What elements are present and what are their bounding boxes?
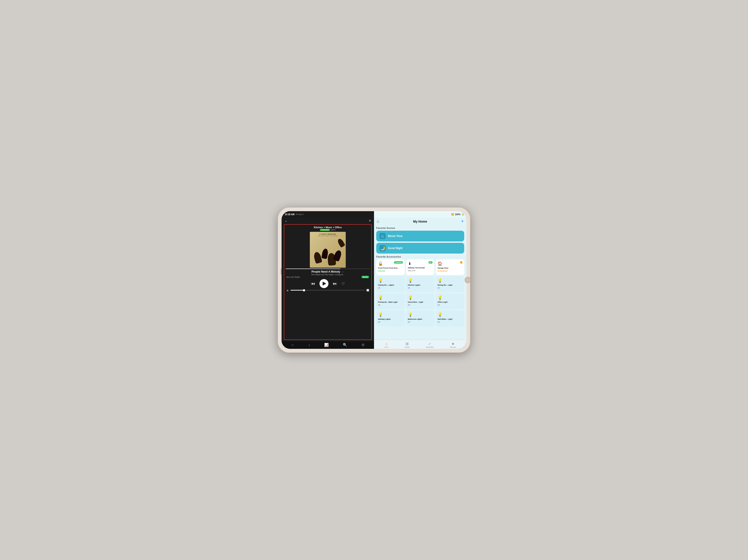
tile-hallway-lights[interactable]: 💡 Hallway Lights Off — [376, 311, 405, 326]
light-icon-8: 💡 — [438, 295, 442, 300]
music-bottom-nav: ☆ ♪ 📊 🔍 ⚙ — [282, 341, 374, 349]
song-meta: The Head And The Heart • Living M... — [286, 273, 370, 276]
home-button[interactable] — [465, 277, 471, 283]
tile-thermostat[interactable]: 🌡 68° Hallway Thermostat Heat to 69° — [406, 259, 435, 275]
tile-name-7: Guest Bed... Light — [408, 301, 433, 303]
volume-low-icon: 🔈 — [286, 289, 289, 291]
scene-movie-time[interactable]: ⌂ Movie Time — [376, 231, 464, 241]
scene-movie-label: Movie Time — [388, 235, 402, 238]
tile-front-porch[interactable]: 🔓 Unlocked Front Porch Front Doo... Unlo… — [376, 259, 405, 275]
queue-icon[interactable]: ≡ — [369, 219, 371, 222]
tile-office-light[interactable]: 💡 Office Light Off — [436, 293, 464, 309]
play-button[interactable] — [320, 279, 328, 288]
scene-night-icon: 🌙 — [379, 245, 386, 251]
nav-home[interactable]: ⌂ Home — [384, 342, 389, 348]
figure-5 — [337, 238, 345, 248]
tile-dining-lights[interactable]: 💡 Dining Ro... Light Off — [436, 276, 464, 292]
next-button[interactable]: ⏭ — [333, 281, 337, 286]
nav-library-icon[interactable]: 📊 — [324, 343, 329, 347]
tile-status-8: Off — [438, 304, 462, 306]
nav-automation[interactable]: ✓ Automation — [426, 342, 434, 348]
tile-primary-bed-lights[interactable]: 💡 Primary B... Main Light Off — [376, 293, 405, 309]
light-icon-6: 💡 — [378, 295, 383, 300]
light-icon-11: 💡 — [438, 312, 442, 317]
light-icon-7: 💡 — [408, 295, 413, 300]
tile-status-7: Off — [408, 304, 433, 306]
playback-controls: ⏮ ⏭ ♡ — [286, 279, 370, 288]
tile-status-4: Off — [408, 287, 433, 289]
scene-movie-icon: ⌂ — [379, 233, 386, 239]
tile-top-4: 💡 — [408, 278, 433, 283]
tile-half-bath-lights[interactable]: 💡 Half Bathr... Light Off — [436, 311, 464, 326]
tile-name-2: Garage Door — [438, 267, 462, 269]
tile-bathroom-lights[interactable]: 💡 Bathroom Lights Off — [406, 311, 435, 326]
left-status-bar: 10:28 AM Fri Apr 2 — [282, 211, 374, 217]
nav-settings-icon[interactable]: ⚙ — [361, 343, 365, 347]
tile-name-9: Hallway Lights — [378, 318, 403, 320]
tile-kitchen-lights[interactable]: 💡 Kitchen Lights Off — [406, 276, 435, 292]
nav-rooms[interactable]: ⊞ Rooms — [405, 342, 410, 348]
playing-header: Kitchen + Move + Office LOSSLESS 100% — [314, 226, 342, 231]
home-header: ⌂ My Home + — [374, 217, 466, 225]
more-button[interactable]: ··· — [342, 270, 344, 273]
music-top-bar: ⌄ ≡ — [282, 217, 374, 223]
album-art[interactable]: LIVING MIRAGE THE HEAD AND THE HEART — [310, 232, 346, 268]
screen: 10:28 AM Fri Apr 2 ⌄ ≡ Kitchen + Move + … — [282, 211, 466, 349]
spotify-badge[interactable]: Spotify — [361, 276, 369, 278]
tile-family-lights[interactable]: 💡 Family Ro... Lights Off — [376, 276, 405, 292]
tile-top-3: 💡 — [378, 278, 403, 283]
tile-top-1: 🌡 68° — [408, 261, 433, 266]
light-icon-9: 💡 — [378, 312, 383, 317]
lock-icon: 🔓 — [378, 261, 383, 266]
tile-top-2: 🏠 ! — [438, 261, 462, 266]
chevron-down-icon[interactable]: ⌄ — [285, 219, 287, 222]
light-icon-3: 💡 — [378, 278, 383, 283]
tile-status-11: Off — [438, 321, 462, 323]
tile-top-10: 💡 — [408, 312, 433, 317]
prev-button[interactable]: ⏮ — [311, 281, 315, 286]
home-scroll[interactable]: Favorite Scenes ⌂ Movie Time 🌙 Good Nigh… — [374, 225, 466, 340]
tile-top-9: 💡 — [378, 312, 403, 317]
home-nav-rooms-icon: ⊞ — [406, 342, 408, 346]
home-nav-home-label: Home — [384, 346, 389, 348]
nav-music-icon[interactable]: ♪ — [308, 343, 310, 347]
like-button[interactable]: ♡ — [342, 282, 345, 286]
scenes-section-title: Favorite Scenes — [376, 227, 464, 229]
tile-top-6: 💡 — [378, 295, 403, 300]
tile-top-11: 💡 — [438, 312, 462, 317]
tile-name-11: Half Bathr... Light — [438, 318, 462, 320]
progress-bar[interactable] — [286, 269, 370, 269]
album-band: THE HEAD AND THE HEART — [311, 235, 344, 237]
tile-garage[interactable]: 🏠 ! Garage Door No Response — [436, 259, 464, 275]
tile-top-0: 🔓 Unlocked — [378, 261, 403, 266]
volume-bar[interactable] — [290, 290, 365, 291]
home-icon: ⌂ — [377, 219, 379, 224]
scene-good-night[interactable]: 🌙 Good Night — [376, 243, 464, 253]
nav-discover[interactable]: ★ Discover — [450, 342, 456, 348]
tile-name-6: Primary B... Main Light — [378, 301, 403, 303]
thermostat-icon: 🌡 — [408, 261, 412, 266]
accessories-section-title: Favorite Accessories — [376, 255, 464, 258]
nav-favorites-icon[interactable]: ☆ — [291, 343, 294, 347]
tile-status-2: No Response — [438, 270, 462, 272]
home-nav-home-icon: ⌂ — [385, 342, 388, 346]
song-title-row: People Need A Melody ··· — [286, 270, 370, 273]
music-app: 10:28 AM Fri Apr 2 ⌄ ≡ Kitchen + Move + … — [282, 211, 374, 349]
nav-search-icon[interactable]: 🔍 — [343, 343, 347, 347]
tile-guest-bed-lights[interactable]: 💡 Guest Bed... Light Off — [406, 293, 435, 309]
volume-control: 🔈 ⬜ — [286, 289, 370, 291]
tile-status-9: Off — [378, 321, 403, 323]
garage-icon: 🏠 — [438, 261, 442, 266]
lossless-badge: LOSSLESS — [320, 229, 330, 231]
airplay-icon[interactable]: ⬜ — [366, 289, 369, 291]
volume-knob[interactable] — [303, 289, 305, 291]
album-art-canvas: LIVING MIRAGE THE HEAD AND THE HEART — [310, 232, 346, 268]
add-button[interactable]: + — [461, 219, 464, 224]
song-title: People Need A Melody — [311, 270, 340, 273]
light-icon-5: 💡 — [438, 278, 442, 283]
scene-night-label: Good Night — [388, 247, 402, 250]
tile-status-0: Unlocked — [378, 270, 403, 272]
figure-4 — [333, 249, 343, 262]
tile-status-3: Off — [378, 287, 403, 289]
tile-name-4: Kitchen Lights — [408, 284, 433, 286]
